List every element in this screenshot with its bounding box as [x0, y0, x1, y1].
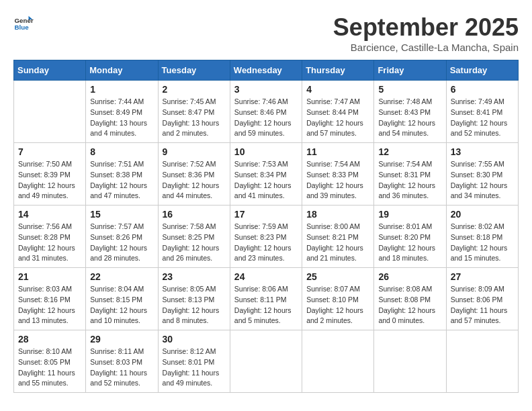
day-number: 11 — [306, 146, 369, 157]
day-info: Sunrise: 7:49 AMSunset: 8:41 PMDaylight:… — [451, 97, 514, 139]
day-info: Sunrise: 8:00 AMSunset: 8:21 PMDaylight:… — [306, 222, 369, 264]
day-cell: 21Sunrise: 8:03 AMSunset: 8:16 PMDayligh… — [14, 268, 86, 330]
week-row-4: 28Sunrise: 8:10 AMSunset: 8:05 PMDayligh… — [14, 330, 519, 393]
day-number: 14 — [18, 209, 81, 220]
weekday-header-row: SundayMondayTuesdayWednesdayThursdayFrid… — [14, 60, 519, 81]
day-info: Sunrise: 7:59 AMSunset: 8:23 PMDaylight:… — [234, 222, 298, 264]
day-cell: 30Sunrise: 8:12 AMSunset: 8:01 PMDayligh… — [158, 330, 230, 393]
day-cell — [374, 330, 446, 393]
day-cell: 12Sunrise: 7:54 AMSunset: 8:31 PMDayligh… — [374, 143, 446, 205]
day-info: Sunrise: 8:12 AMSunset: 8:01 PMDaylight:… — [163, 347, 226, 389]
title-block: September 2025 Barcience, Castille-La Ma… — [333, 13, 519, 53]
day-cell: 23Sunrise: 8:05 AMSunset: 8:13 PMDayligh… — [158, 268, 230, 330]
page-header: General Blue September 2025 Barcience, C… — [13, 13, 519, 53]
day-number: 3 — [234, 84, 298, 95]
day-number: 5 — [378, 84, 441, 95]
day-cell: 2Sunrise: 7:45 AMSunset: 8:47 PMDaylight… — [158, 81, 230, 143]
week-row-1: 7Sunrise: 7:50 AMSunset: 8:39 PMDaylight… — [14, 143, 519, 205]
day-cell: 5Sunrise: 7:48 AMSunset: 8:43 PMDaylight… — [374, 81, 446, 143]
day-cell: 11Sunrise: 7:54 AMSunset: 8:33 PMDayligh… — [302, 143, 374, 205]
day-cell: 9Sunrise: 7:52 AMSunset: 8:36 PMDaylight… — [158, 143, 230, 205]
day-number: 8 — [90, 146, 153, 157]
day-number: 2 — [163, 84, 226, 95]
day-info: Sunrise: 8:10 AMSunset: 8:05 PMDaylight:… — [18, 347, 81, 389]
day-cell — [446, 330, 518, 393]
day-number: 24 — [234, 271, 298, 282]
day-number: 15 — [90, 209, 153, 220]
day-info: Sunrise: 7:55 AMSunset: 8:30 PMDaylight:… — [451, 159, 514, 201]
logo-icon: General Blue — [13, 13, 34, 34]
day-cell: 26Sunrise: 8:08 AMSunset: 8:08 PMDayligh… — [374, 268, 446, 330]
day-number: 16 — [163, 209, 226, 220]
day-info: Sunrise: 7:54 AMSunset: 8:31 PMDaylight:… — [378, 159, 441, 201]
day-cell: 17Sunrise: 7:59 AMSunset: 8:23 PMDayligh… — [230, 205, 302, 268]
logo: General Blue — [13, 13, 36, 34]
weekday-header-wednesday: Wednesday — [230, 60, 302, 81]
svg-text:General: General — [15, 17, 34, 24]
day-cell — [302, 330, 374, 393]
day-number: 20 — [451, 209, 514, 220]
day-number: 4 — [306, 84, 369, 95]
day-cell: 18Sunrise: 8:00 AMSunset: 8:21 PMDayligh… — [302, 205, 374, 268]
day-number: 27 — [451, 271, 514, 282]
day-number: 10 — [234, 146, 298, 157]
day-info: Sunrise: 8:06 AMSunset: 8:11 PMDaylight:… — [234, 284, 298, 326]
day-cell: 22Sunrise: 8:04 AMSunset: 8:15 PMDayligh… — [86, 268, 158, 330]
day-info: Sunrise: 7:44 AMSunset: 8:49 PMDaylight:… — [90, 97, 153, 139]
day-cell: 25Sunrise: 8:07 AMSunset: 8:10 PMDayligh… — [302, 268, 374, 330]
day-cell — [14, 81, 86, 143]
day-cell: 15Sunrise: 7:57 AMSunset: 8:26 PMDayligh… — [86, 205, 158, 268]
day-cell: 13Sunrise: 7:55 AMSunset: 8:30 PMDayligh… — [446, 143, 518, 205]
day-info: Sunrise: 8:11 AMSunset: 8:03 PMDaylight:… — [90, 347, 153, 389]
day-number: 26 — [378, 271, 441, 282]
day-number: 28 — [18, 334, 81, 345]
day-cell: 16Sunrise: 7:58 AMSunset: 8:25 PMDayligh… — [158, 205, 230, 268]
day-number: 12 — [378, 146, 441, 157]
calendar: SundayMondayTuesdayWednesdayThursdayFrid… — [13, 60, 519, 393]
day-info: Sunrise: 7:51 AMSunset: 8:38 PMDaylight:… — [90, 159, 153, 201]
day-info: Sunrise: 7:47 AMSunset: 8:44 PMDaylight:… — [306, 97, 369, 139]
day-cell: 8Sunrise: 7:51 AMSunset: 8:38 PMDaylight… — [86, 143, 158, 205]
day-number: 25 — [306, 271, 369, 282]
weekday-header-monday: Monday — [86, 60, 158, 81]
day-number: 1 — [90, 84, 153, 95]
day-info: Sunrise: 7:46 AMSunset: 8:46 PMDaylight:… — [234, 97, 298, 139]
day-cell — [230, 330, 302, 393]
day-cell: 1Sunrise: 7:44 AMSunset: 8:49 PMDaylight… — [86, 81, 158, 143]
day-info: Sunrise: 7:53 AMSunset: 8:34 PMDaylight:… — [234, 159, 298, 201]
day-info: Sunrise: 8:03 AMSunset: 8:16 PMDaylight:… — [18, 284, 81, 326]
day-number: 6 — [451, 84, 514, 95]
day-number: 7 — [18, 146, 81, 157]
week-row-0: 1Sunrise: 7:44 AMSunset: 8:49 PMDaylight… — [14, 81, 519, 143]
day-number: 17 — [234, 209, 298, 220]
day-cell: 10Sunrise: 7:53 AMSunset: 8:34 PMDayligh… — [230, 143, 302, 205]
day-number: 18 — [306, 209, 369, 220]
day-info: Sunrise: 8:01 AMSunset: 8:20 PMDaylight:… — [378, 222, 441, 264]
weekday-header-thursday: Thursday — [302, 60, 374, 81]
day-info: Sunrise: 7:56 AMSunset: 8:28 PMDaylight:… — [18, 222, 81, 264]
week-row-2: 14Sunrise: 7:56 AMSunset: 8:28 PMDayligh… — [14, 205, 519, 268]
day-info: Sunrise: 8:07 AMSunset: 8:10 PMDaylight:… — [306, 284, 369, 326]
day-info: Sunrise: 7:48 AMSunset: 8:43 PMDaylight:… — [378, 97, 441, 139]
day-info: Sunrise: 8:04 AMSunset: 8:15 PMDaylight:… — [90, 284, 153, 326]
day-info: Sunrise: 7:57 AMSunset: 8:26 PMDaylight:… — [90, 222, 153, 264]
svg-text:Blue: Blue — [15, 24, 30, 31]
day-number: 29 — [90, 334, 153, 345]
weekday-header-sunday: Sunday — [14, 60, 86, 81]
day-info: Sunrise: 7:58 AMSunset: 8:25 PMDaylight:… — [163, 222, 226, 264]
month-title: September 2025 — [333, 13, 519, 42]
day-info: Sunrise: 8:08 AMSunset: 8:08 PMDaylight:… — [378, 284, 441, 326]
day-cell: 7Sunrise: 7:50 AMSunset: 8:39 PMDaylight… — [14, 143, 86, 205]
day-info: Sunrise: 8:09 AMSunset: 8:06 PMDaylight:… — [451, 284, 514, 326]
day-number: 30 — [163, 334, 226, 345]
day-cell: 27Sunrise: 8:09 AMSunset: 8:06 PMDayligh… — [446, 268, 518, 330]
day-cell: 14Sunrise: 7:56 AMSunset: 8:28 PMDayligh… — [14, 205, 86, 268]
day-number: 9 — [163, 146, 226, 157]
day-number: 19 — [378, 209, 441, 220]
day-number: 22 — [90, 271, 153, 282]
day-info: Sunrise: 7:54 AMSunset: 8:33 PMDaylight:… — [306, 159, 369, 201]
day-cell: 28Sunrise: 8:10 AMSunset: 8:05 PMDayligh… — [14, 330, 86, 393]
day-cell: 24Sunrise: 8:06 AMSunset: 8:11 PMDayligh… — [230, 268, 302, 330]
day-info: Sunrise: 8:05 AMSunset: 8:13 PMDaylight:… — [163, 284, 226, 326]
weekday-header-friday: Friday — [374, 60, 446, 81]
